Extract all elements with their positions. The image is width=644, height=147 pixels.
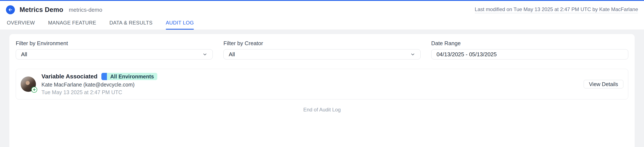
filter-creator-label: Filter by Creator [224, 40, 420, 47]
filter-environment-value: All [21, 51, 27, 58]
entry-timestamp: Tue May 13 2025 at 2:47 PM UTC [42, 89, 157, 95]
last-modified-text: Last modified on Tue May 13 2025 at 2:47… [475, 7, 638, 13]
filter-environment-select[interactable]: All [16, 49, 213, 59]
page-slug: metrics-demo [69, 7, 102, 13]
entry-details: Variable Associated All Environments Kat… [42, 73, 157, 95]
tab-overview[interactable]: OVERVIEW [7, 20, 35, 30]
date-range-input[interactable] [431, 49, 628, 59]
tab-audit-log[interactable]: AUDIT LOG [166, 20, 194, 30]
environment-badge-label: All Environments [107, 73, 158, 80]
page-title: Metrics Demo [20, 6, 63, 14]
header-title-row: Metrics Demo metrics-demo Last modified … [6, 1, 638, 14]
page-content: Filter by Environment All Filter by Crea… [0, 30, 644, 147]
entry-title-row: Variable Associated All Environments [42, 73, 157, 80]
arrow-left-icon [8, 7, 13, 12]
environment-color-swatch [102, 73, 107, 80]
filter-environment-label: Filter by Environment [16, 40, 213, 47]
environment-badge: All Environments [102, 73, 158, 80]
back-button[interactable] [6, 5, 15, 14]
filter-environment: Filter by Environment All [16, 40, 213, 59]
tab-data-results[interactable]: DATA & RESULTS [110, 20, 152, 30]
create-action-icon: + [31, 87, 37, 93]
view-details-button[interactable]: View Details [584, 80, 624, 88]
entry-user: Kate MacFarlane (kate@devcycle.com) [42, 82, 157, 88]
filters-row: Filter by Environment All Filter by Crea… [16, 40, 628, 59]
page-header: Metrics Demo metrics-demo Last modified … [0, 1, 644, 30]
audit-log-entry: + Variable Associated All Environments K… [16, 69, 628, 99]
tab-bar: OVERVIEW MANAGE FEATURE DATA & RESULTS A… [6, 20, 638, 30]
filter-date-range: Date Range [431, 40, 628, 59]
chevron-down-icon [202, 52, 208, 57]
avatar: + [20, 76, 36, 92]
filter-creator-select[interactable]: All [224, 49, 420, 59]
tab-manage-feature[interactable]: MANAGE FEATURE [48, 20, 96, 30]
end-of-audit-log-text: End of Audit Log [16, 107, 628, 113]
filter-creator: Filter by Creator All [224, 40, 420, 59]
date-range-label: Date Range [431, 40, 628, 47]
filter-creator-value: All [229, 51, 235, 58]
entry-action: Variable Associated [42, 73, 98, 80]
audit-log-card: Filter by Environment All Filter by Crea… [9, 34, 635, 147]
chevron-down-icon [410, 52, 415, 57]
